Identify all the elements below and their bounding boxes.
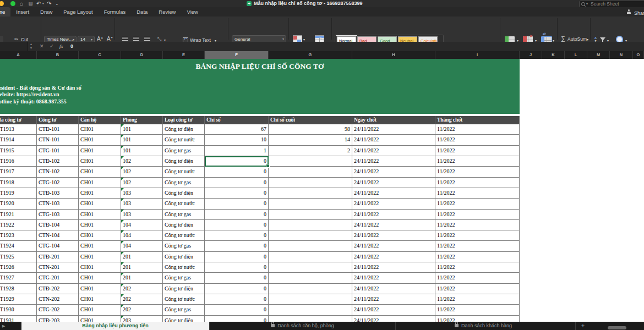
- column-header-D[interactable]: D: [121, 51, 163, 59]
- cell[interactable]: CT1919: [0, 188, 37, 198]
- cell[interactable]: CT1917: [0, 167, 37, 177]
- add-sheet-button[interactable]: +: [575, 322, 590, 330]
- cell[interactable]: CT1927: [0, 273, 37, 283]
- ribbon-tab-home[interactable]: Home: [0, 7, 10, 16]
- horizontal-scrollbar-thumb[interactable]: [608, 326, 626, 329]
- cell[interactable]: CTĐ-202: [37, 284, 79, 294]
- ribbon-tab-insert[interactable]: Insert: [10, 7, 35, 16]
- autosum-dropdown-icon[interactable]: ▾: [587, 37, 588, 41]
- cell[interactable]: Công tơ điện: [163, 156, 205, 166]
- name-box[interactable]: [0, 42, 28, 51]
- ribbon-tab-draw[interactable]: Draw: [35, 7, 58, 16]
- cell[interactable]: [269, 273, 352, 283]
- cell[interactable]: 0: [205, 199, 269, 208]
- cell[interactable]: 0: [205, 252, 269, 262]
- cell[interactable]: 0: [205, 178, 269, 188]
- cell[interactable]: CT1922: [0, 220, 37, 230]
- home-icon[interactable]: ⌂: [20, 0, 23, 7]
- column-header-A[interactable]: A: [0, 51, 37, 59]
- column-header-E[interactable]: E: [163, 51, 205, 59]
- cell[interactable]: [269, 262, 352, 272]
- cell[interactable]: 24/11/2022: [352, 156, 435, 166]
- cell[interactable]: [269, 284, 352, 294]
- cell[interactable]: [269, 156, 352, 166]
- cell[interactable]: CTN-201: [37, 262, 79, 272]
- cell[interactable]: CTG-201: [37, 273, 79, 283]
- save-icon[interactable]: ▤: [29, 0, 33, 7]
- cell[interactable]: CH01: [79, 156, 121, 166]
- cell[interactable]: CH01: [79, 178, 121, 188]
- cell[interactable]: Công tơ gas: [163, 305, 205, 315]
- cell[interactable]: 11/2022: [435, 167, 520, 177]
- cell[interactable]: CTN-102: [37, 167, 79, 177]
- cell[interactable]: 11/2022: [435, 284, 520, 294]
- column-header-M[interactable]: M: [587, 51, 610, 59]
- cell[interactable]: CTG-202: [37, 305, 79, 315]
- cell[interactable]: 11/2022: [435, 156, 520, 166]
- cell[interactable]: CTG-103: [37, 210, 79, 219]
- sheet-tab[interactable]: Danh sách căn hộ, phòng: [209, 322, 395, 330]
- redo-icon[interactable]: ↷: [47, 0, 51, 7]
- cell[interactable]: Công tơ điện: [163, 284, 205, 294]
- cell[interactable]: CTG-101: [37, 146, 79, 156]
- cell[interactable]: 1: [205, 146, 269, 156]
- cell[interactable]: 202: [121, 305, 163, 315]
- ribbon-tab-data[interactable]: Data: [131, 7, 153, 16]
- cell[interactable]: CT1924: [0, 241, 37, 251]
- cell[interactable]: 11/2022: [435, 220, 520, 230]
- sheet-tab[interactable]: Bảng nhập liệu phương tiện: [21, 322, 209, 330]
- undo-icon[interactable]: ↶: [36, 0, 41, 7]
- share-button[interactable]: Share: [634, 7, 644, 16]
- cell[interactable]: CH01: [79, 220, 121, 230]
- cell[interactable]: [269, 220, 352, 230]
- align-bottom-icon[interactable]: [144, 37, 150, 42]
- column-header-O[interactable]: O: [633, 51, 644, 59]
- cell[interactable]: 24/11/2022: [352, 220, 435, 230]
- decrease-font-icon[interactable]: A▼: [107, 36, 113, 42]
- cell[interactable]: 24/11/2022: [352, 294, 435, 304]
- cell[interactable]: 24/11/2022: [352, 135, 435, 145]
- cell[interactable]: [269, 241, 352, 251]
- name-box-stepper-icon[interactable]: ▲▼: [30, 42, 32, 50]
- cell[interactable]: 24/11/2022: [352, 146, 435, 156]
- cell[interactable]: 202: [121, 294, 163, 304]
- conditional-formatting-dropdown-icon[interactable]: ▾: [303, 37, 305, 41]
- cell[interactable]: 24/11/2022: [352, 210, 435, 219]
- cell[interactable]: CTN-101: [37, 135, 79, 145]
- cell[interactable]: CTĐ-101: [37, 124, 79, 134]
- cell[interactable]: CH01: [79, 210, 121, 219]
- cell[interactable]: Công tơ điện: [163, 188, 205, 198]
- cell[interactable]: CH01: [79, 146, 121, 156]
- cell[interactable]: 24/11/2022: [352, 284, 435, 294]
- cell[interactable]: CTG-104: [37, 241, 79, 251]
- cell[interactable]: CT1929: [0, 294, 37, 304]
- cell[interactable]: 102: [121, 178, 163, 188]
- cell[interactable]: CTG-102: [37, 178, 79, 188]
- autosum-button[interactable]: AutoSum: [567, 36, 587, 42]
- cell[interactable]: [269, 230, 352, 240]
- cell[interactable]: [269, 188, 352, 198]
- cell[interactable]: CH01: [79, 167, 121, 177]
- cell[interactable]: CT1915: [0, 146, 37, 156]
- cell[interactable]: [269, 294, 352, 304]
- cell[interactable]: CH01: [79, 273, 121, 283]
- align-top-icon[interactable]: [122, 37, 128, 42]
- cell[interactable]: CTĐ-104: [37, 220, 79, 230]
- column-header-F[interactable]: F: [205, 51, 269, 59]
- cell[interactable]: 0: [205, 188, 269, 198]
- cell[interactable]: CT1913: [0, 124, 37, 134]
- cell[interactable]: 201: [121, 252, 163, 262]
- cell[interactable]: 102: [121, 167, 163, 177]
- cell[interactable]: CH01: [79, 252, 121, 262]
- cell[interactable]: 14: [269, 135, 352, 145]
- formula-bar-value[interactable]: 0: [70, 42, 73, 51]
- cell[interactable]: CH01: [79, 124, 121, 134]
- cell[interactable]: [269, 305, 352, 315]
- cell[interactable]: 0: [205, 273, 269, 283]
- increase-font-icon[interactable]: A▲: [97, 36, 103, 42]
- cell[interactable]: 11/2022: [435, 262, 520, 272]
- cell[interactable]: CH01: [79, 188, 121, 198]
- cell[interactable]: 24/11/2022: [352, 262, 435, 272]
- cell[interactable]: Công tơ điện: [163, 252, 205, 262]
- cell[interactable]: 24/11/2022: [352, 230, 435, 240]
